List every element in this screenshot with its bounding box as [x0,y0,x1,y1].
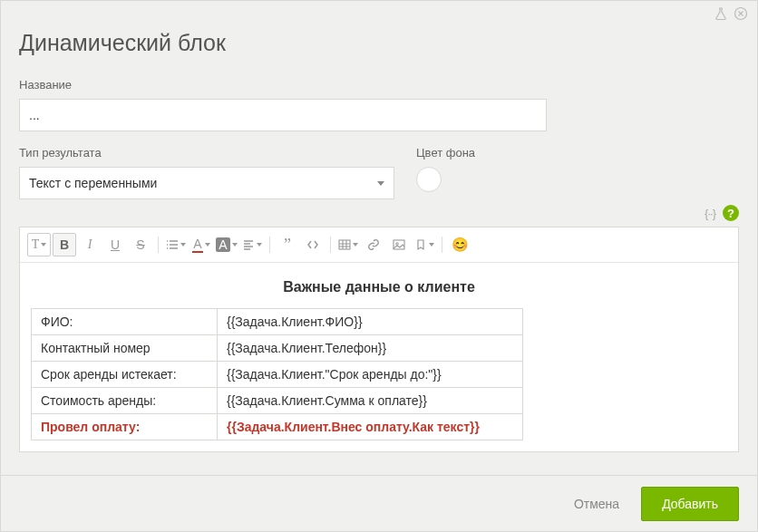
editor: T B I U S A A ” 😊 Важные данные о клиент… [19,227,739,452]
toolbar-separator [158,237,159,253]
flask-icon[interactable] [714,6,728,24]
result-type-select[interactable]: Текст с переменными [19,167,394,199]
quote-button[interactable]: ” [276,233,299,256]
link-button[interactable] [362,233,385,256]
dialog-title: Динамический блок [1,1,757,78]
toolbar-separator [330,237,331,253]
row-value: {{Задача.Клиент.Телефон}} [218,335,523,362]
row-label: Провел оплату: [32,414,218,440]
list-button[interactable] [164,233,188,256]
help-icon[interactable]: ? [723,205,739,221]
chevron-down-icon [377,181,384,186]
window-controls [714,6,748,24]
table-row: Контактный номер{{Задача.Клиент.Телефон}… [32,335,523,362]
name-input[interactable] [19,99,547,131]
type-color-row: Тип результата Текст с переменными Цвет … [1,146,757,199]
name-row: Название [1,78,757,131]
row-label: Контактный номер [32,335,218,362]
code-button[interactable] [301,233,325,256]
row-value: {{Задача.Клиент."Срок аренды до:"}} [218,362,523,388]
text-style-button[interactable]: T [27,233,51,256]
bg-color-swatch[interactable] [416,167,442,192]
row-value: {{Задача.Клиент.Внес оплату.Как текст}} [218,414,523,440]
image-button[interactable] [387,233,411,256]
variable-picker-icon[interactable]: {··} [705,207,715,220]
editor-meta: {··} ? [1,199,757,227]
close-icon[interactable] [734,6,748,24]
table-row: Провел оплату:{{Задача.Клиент.Внес оплат… [32,414,523,440]
bg-color-button[interactable]: A [215,233,238,256]
dialog: Динамический блок Название Тип результат… [0,0,758,532]
row-label: ФИО: [32,309,218,335]
cancel-button[interactable]: Отмена [567,488,627,520]
toolbar-separator [442,237,442,253]
table-row: Стоимость аренды:{{Задача.Клиент.Сумма к… [32,388,523,414]
result-type-group: Тип результата Текст с переменными [19,146,394,199]
bookmark-button[interactable] [413,233,436,256]
submit-button[interactable]: Добавить [641,487,739,521]
bg-color-label: Цвет фона [416,146,475,160]
row-label: Срок аренды истекает: [32,362,218,388]
bg-color-group: Цвет фона [416,146,475,192]
row-value: {{Задача.Клиент.ФИО}} [218,309,523,335]
result-type-label: Тип результата [19,146,394,160]
row-label: Стоимость аренды: [32,388,218,414]
dialog-footer: Отмена Добавить [1,475,757,531]
italic-button[interactable]: I [78,233,102,256]
svg-point-3 [396,243,398,245]
editor-heading: Важные данные о клиенте [31,279,727,295]
result-type-value: Текст с переменными [29,176,157,190]
bold-button[interactable]: B [53,233,76,256]
client-data-table: ФИО:{{Задача.Клиент.ФИО}}Контактный номе… [31,308,523,440]
editor-body[interactable]: Важные данные о клиенте ФИО:{{Задача.Кли… [20,263,738,451]
svg-rect-1 [339,240,350,249]
text-color-button[interactable]: A [190,233,213,256]
editor-toolbar: T B I U S A A ” 😊 [20,227,738,263]
align-button[interactable] [240,233,264,256]
underline-button[interactable]: U [103,233,127,256]
strike-button[interactable]: S [129,233,152,256]
name-label: Название [19,78,739,92]
toolbar-separator [269,237,270,253]
row-value: {{Задача.Клиент.Сумма к оплате}} [218,388,523,414]
emoji-button[interactable]: 😊 [448,233,471,256]
table-row: Срок аренды истекает:{{Задача.Клиент."Ср… [32,362,523,388]
table-row: ФИО:{{Задача.Клиент.ФИО}} [32,309,523,335]
table-button[interactable] [336,233,360,256]
